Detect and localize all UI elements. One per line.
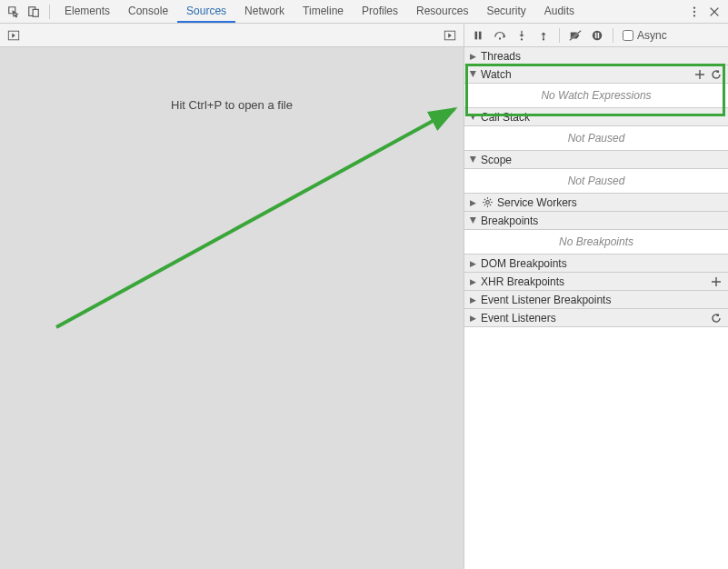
pause-on-exceptions-icon[interactable] bbox=[587, 25, 607, 45]
panel-callstack-body: Not Paused bbox=[464, 126, 728, 151]
panel-event-listener-breakpoints[interactable]: ▶ Event Listener Breakpoints bbox=[464, 291, 728, 309]
panel-breakpoints-label: Breakpoints bbox=[481, 215, 538, 227]
svg-point-10 bbox=[521, 38, 523, 40]
show-debugger-icon[interactable] bbox=[440, 25, 460, 45]
separator bbox=[613, 28, 613, 43]
panel-xhr-breakpoints-label: XHR Breakpoints bbox=[481, 275, 564, 288]
panel-service-workers-label: Service Workers bbox=[497, 196, 577, 209]
svg-point-9 bbox=[499, 37, 501, 39]
debugger-toolbar: Async bbox=[464, 24, 728, 47]
refresh-watch-icon[interactable] bbox=[710, 68, 723, 81]
devtools-tabs: Elements Console Sources Network Timelin… bbox=[55, 0, 583, 23]
svg-point-2 bbox=[693, 6, 695, 8]
editor-hint: Hit Ctrl+P to open a file bbox=[171, 98, 293, 112]
panel-scope-body: Not Paused bbox=[464, 169, 728, 194]
svg-point-15 bbox=[485, 201, 489, 205]
chevron-down-icon: ▶ bbox=[469, 217, 478, 225]
editor-pane: Hit Ctrl+P to open a file bbox=[0, 24, 464, 569]
tab-resources[interactable]: Resources bbox=[407, 0, 477, 23]
panel-watch-body: No Watch Expressions bbox=[464, 84, 728, 108]
refresh-event-listeners-icon[interactable] bbox=[710, 312, 723, 324]
panel-event-listeners-label: Event Listeners bbox=[481, 312, 556, 324]
debugger-panels: ▶ Threads ▶ Watch No Watch Expressions ▶… bbox=[464, 47, 728, 569]
chevron-right-icon: ▶ bbox=[470, 314, 477, 323]
add-watch-icon[interactable] bbox=[693, 68, 706, 81]
step-out-icon[interactable] bbox=[534, 25, 553, 45]
panel-callstack[interactable]: ▶ Call Stack bbox=[464, 108, 728, 126]
panel-scope-label: Scope bbox=[481, 154, 512, 166]
panel-event-listeners[interactable]: ▶ Event Listeners bbox=[464, 309, 728, 327]
tab-console[interactable]: Console bbox=[119, 0, 177, 23]
panel-event-listener-breakpoints-label: Event Listener Breakpoints bbox=[481, 294, 611, 306]
svg-rect-7 bbox=[475, 31, 478, 39]
debugger-pane: Async ▶ Threads ▶ Watch No Watch Express… bbox=[464, 24, 728, 569]
tab-network[interactable]: Network bbox=[235, 0, 294, 23]
panel-threads[interactable]: ▶ Threads bbox=[464, 47, 728, 65]
separator bbox=[49, 5, 50, 19]
panel-service-workers[interactable]: ▶ Service Workers bbox=[464, 194, 728, 212]
tab-audits[interactable]: Audits bbox=[535, 0, 583, 23]
gear-icon bbox=[481, 196, 494, 209]
panel-xhr-breakpoints[interactable]: ▶ XHR Breakpoints bbox=[464, 273, 728, 291]
svg-point-12 bbox=[593, 30, 603, 40]
panel-threads-label: Threads bbox=[481, 50, 521, 63]
tab-timeline[interactable]: Timeline bbox=[294, 0, 353, 23]
panel-watch[interactable]: ▶ Watch bbox=[464, 65, 728, 84]
panel-dom-breakpoints-label: DOM Breakpoints bbox=[481, 257, 567, 270]
chevron-right-icon: ▶ bbox=[470, 277, 477, 286]
step-over-icon[interactable] bbox=[490, 25, 510, 45]
main-area: Hit Ctrl+P to open a file bbox=[0, 24, 728, 569]
step-into-icon[interactable] bbox=[512, 25, 532, 45]
async-checkbox[interactable]: Async bbox=[623, 29, 667, 42]
chevron-right-icon: ▶ bbox=[470, 198, 477, 207]
chevron-right-icon: ▶ bbox=[470, 259, 477, 268]
tab-profiles[interactable]: Profiles bbox=[353, 0, 407, 23]
panel-dom-breakpoints[interactable]: ▶ DOM Breakpoints bbox=[464, 255, 728, 273]
chevron-right-icon: ▶ bbox=[470, 295, 477, 304]
svg-rect-13 bbox=[595, 32, 597, 37]
svg-point-4 bbox=[693, 15, 695, 16]
svg-point-11 bbox=[543, 38, 544, 40]
editor-area: Hit Ctrl+P to open a file bbox=[0, 47, 464, 569]
more-menu-icon[interactable] bbox=[684, 2, 704, 22]
inspect-element-icon[interactable] bbox=[4, 2, 24, 22]
panel-callstack-label: Call Stack bbox=[481, 111, 530, 124]
chevron-down-icon: ▶ bbox=[469, 156, 478, 164]
panel-watch-label: Watch bbox=[481, 68, 512, 81]
tab-sources[interactable]: Sources bbox=[177, 0, 235, 23]
panel-breakpoints[interactable]: ▶ Breakpoints bbox=[464, 212, 728, 230]
async-checkbox-input[interactable] bbox=[623, 30, 633, 41]
tab-elements[interactable]: Elements bbox=[55, 0, 119, 23]
devtools-topbar: Elements Console Sources Network Timelin… bbox=[0, 0, 728, 24]
svg-point-3 bbox=[693, 10, 695, 12]
panel-breakpoints-body: No Breakpoints bbox=[464, 230, 728, 255]
add-xhr-breakpoint-icon[interactable] bbox=[710, 275, 723, 288]
editor-toolbar bbox=[0, 24, 464, 47]
chevron-right-icon: ▶ bbox=[470, 52, 477, 61]
pause-script-icon[interactable] bbox=[468, 25, 488, 45]
panel-scope[interactable]: ▶ Scope bbox=[464, 151, 728, 169]
deactivate-breakpoints-icon[interactable] bbox=[565, 25, 585, 45]
show-navigator-icon[interactable] bbox=[4, 25, 24, 45]
async-label: Async bbox=[637, 29, 667, 42]
tab-security[interactable]: Security bbox=[477, 0, 534, 23]
toggle-device-icon[interactable] bbox=[24, 2, 44, 22]
svg-rect-1 bbox=[33, 9, 38, 16]
close-devtools-icon[interactable] bbox=[704, 2, 724, 22]
chevron-down-icon: ▶ bbox=[469, 71, 478, 78]
svg-rect-14 bbox=[598, 32, 600, 37]
svg-rect-8 bbox=[479, 31, 482, 39]
chevron-down-icon: ▶ bbox=[469, 114, 478, 121]
separator bbox=[559, 28, 560, 43]
